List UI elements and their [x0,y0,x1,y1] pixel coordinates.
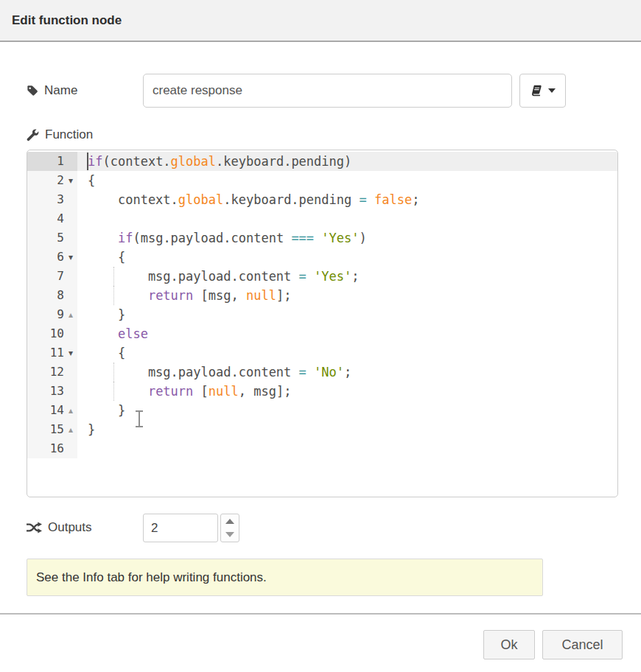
indent-guide [113,363,114,382]
function-section-label-row: Function [27,125,93,144]
editor-line-4[interactable]: 4 [27,209,617,228]
gutter-line-number: 11▾ [27,343,77,363]
footer-divider [0,613,641,615]
cancel-button[interactable]: Cancel [542,630,623,659]
gutter-line-number: 5 [27,228,77,248]
code-line-text: if(msg.payload.content === 'Yes') [77,228,617,248]
code-line-text: msg.payload.content = 'Yes'; [77,267,617,286]
library-button[interactable] [519,74,566,108]
gutter-line-number: 8 [27,286,77,305]
code-line-text: return [null, msg]; [77,382,617,401]
info-tip: See the Info tab for help writing functi… [27,559,543,596]
code-line-text: context.global.keyboard.pending = false; [77,190,617,209]
caret-down-icon [548,88,556,93]
code-line-text: { [77,248,617,267]
gutter-line-number: 3 [27,190,77,209]
editor-line-11[interactable]: 11▾ { [27,343,617,363]
code-line-text: { [77,343,617,363]
book-icon [530,85,542,97]
fold-up-icon[interactable]: ▴ [64,401,77,420]
outputs-label: Outputs [48,520,92,535]
name-label: Name [44,83,77,98]
editor-line-10[interactable]: 10 else [27,324,617,343]
gutter-line-number: 7 [27,267,77,286]
dialog-title: Edit function node [12,13,122,28]
editor-line-13[interactable]: 13 return [null, msg]; [27,382,617,401]
code-line-text [77,209,617,228]
code-line-text: return [msg, null]; [77,286,617,305]
code-line-text: if(context.global.keyboard.pending) [77,152,617,171]
shuffle-icon [27,522,42,533]
spinner-down-button[interactable] [221,528,239,542]
code-line-text: } [77,420,617,439]
caret-down-icon [225,532,234,537]
gutter-line-number: 6▾ [27,248,77,267]
info-tip-text: See the Info tab for help writing functi… [36,570,267,585]
tag-icon [27,85,38,97]
gutter-line-number: 14▴ [27,401,77,420]
spinner-up-button[interactable] [221,514,239,528]
gutter-line-number: 1 [27,152,77,171]
fold-up-icon[interactable]: ▴ [64,305,77,324]
name-input[interactable] [143,74,512,108]
gutter-line-number: 15▴ [27,420,77,439]
code-line-text: msg.payload.content = 'No'; [77,363,617,382]
gutter-line-number: 13 [27,382,77,401]
code-editor[interactable]: 1if(context.global.keyboard.pending)2▾{3… [27,150,618,497]
outputs-spinner [220,514,239,542]
gutter-line-number: 10 [27,324,77,343]
outputs-input[interactable] [143,514,218,542]
function-label: Function [45,127,93,142]
gutter-line-number: 16 [27,439,77,458]
editor-line-15[interactable]: 15▴} [27,420,617,439]
gutter-line-number: 12 [27,363,77,382]
editor-line-12[interactable]: 12 msg.payload.content = 'No'; [27,363,617,382]
indent-guide [113,267,114,286]
code-line-text: else [77,324,617,343]
code-line-text: } [77,401,617,420]
editor-line-1[interactable]: 1if(context.global.keyboard.pending) [27,152,617,171]
editor-line-7[interactable]: 7 msg.payload.content = 'Yes'; [27,267,617,286]
gutter-line-number: 2▾ [27,171,77,190]
code-editor-lines: 1if(context.global.keyboard.pending)2▾{3… [27,152,617,458]
editor-line-8[interactable]: 8 return [msg, null]; [27,286,617,305]
editor-line-2[interactable]: 2▾{ [27,171,617,190]
editor-line-9[interactable]: 9▴ } [27,305,617,324]
caret-up-icon [225,519,234,524]
editor-line-16[interactable]: 16 [27,439,617,458]
editor-line-3[interactable]: 3 context.global.keyboard.pending = fals… [27,190,617,209]
indent-guide [113,382,114,401]
dialog-header: Edit function node [0,0,641,42]
text-cursor-pointer [135,410,144,428]
outputs-field-label-row: Outputs [27,518,92,537]
editor-line-5[interactable]: 5 if(msg.payload.content === 'Yes') [27,228,617,248]
fold-down-icon[interactable]: ▾ [64,248,77,267]
edit-function-dialog: Edit function node Name Function [0,0,641,672]
editor-line-6[interactable]: 6▾ { [27,248,617,267]
fold-up-icon[interactable]: ▴ [64,420,77,439]
ok-button[interactable]: Ok [483,630,535,659]
wrench-icon [27,129,39,141]
code-line-text: } [77,305,617,324]
name-field-label-row: Name [27,74,77,108]
code-line-text [77,439,617,458]
gutter-line-number: 9▴ [27,305,77,324]
fold-down-icon[interactable]: ▾ [64,343,77,363]
indent-guide [113,286,114,305]
code-line-text: { [77,171,617,190]
editor-line-14[interactable]: 14▴ } [27,401,617,420]
gutter-line-number: 4 [27,209,77,228]
editor-caret [87,153,88,170]
fold-down-icon[interactable]: ▾ [64,171,77,190]
